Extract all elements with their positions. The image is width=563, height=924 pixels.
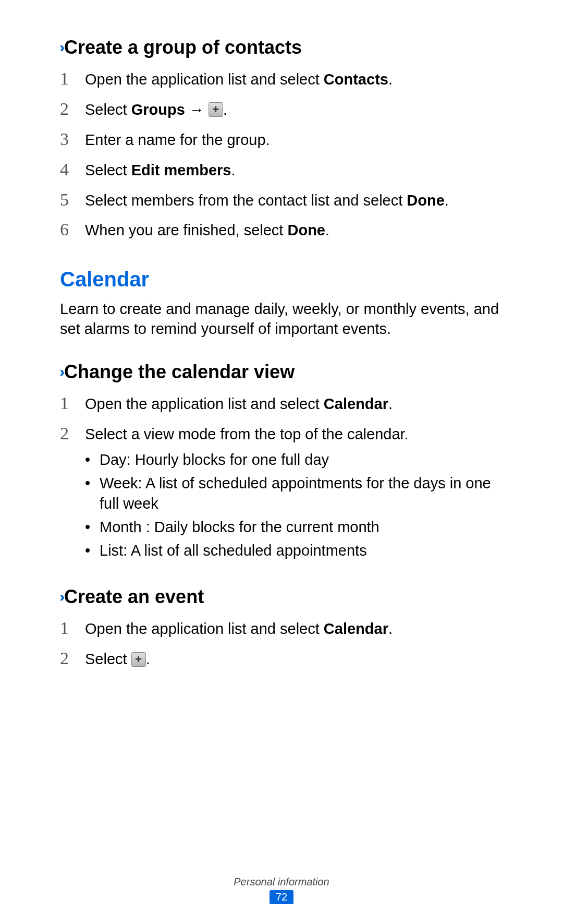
step-list-create-event: 1Open the application list and select Ca… — [60, 616, 503, 670]
main-heading-calendar: Calendar — [60, 268, 503, 291]
bullet-text: Day: Hourly blocks for one full day — [100, 450, 329, 470]
step-text: Select Groups → . — [85, 100, 503, 120]
bullet-item: •Day: Hourly blocks for one full day — [85, 450, 503, 470]
section-heading-change-view: ›› Change the calendar view — [60, 361, 503, 383]
step-text: Open the application list and select Con… — [85, 69, 503, 90]
bullet-item: •Month : Daily blocks for the current mo… — [85, 517, 503, 537]
step-item: 1Open the application list and select Ca… — [60, 616, 503, 640]
bullet-text: Month : Daily blocks for the current mon… — [100, 517, 380, 537]
bold-text: Done — [407, 192, 445, 209]
page-number: 72 — [270, 890, 293, 904]
bullet-item: •List: A list of all scheduled appointme… — [85, 541, 503, 561]
step-text: Select members from the contact list and… — [85, 190, 503, 211]
step-item: 4Select Edit members. — [60, 158, 503, 182]
plus-icon — [131, 652, 146, 667]
bullet-dot-icon: • — [85, 517, 100, 537]
bullet-text: Week: A list of scheduled appointments f… — [100, 473, 503, 514]
step-item: 2Select a view mode from the top of the … — [60, 422, 503, 565]
step-number: 2 — [60, 422, 85, 446]
step-item: 5Select members from the contact list an… — [60, 188, 503, 212]
step-text: Open the application list and select Cal… — [85, 394, 503, 414]
bold-text: Contacts — [324, 71, 388, 88]
bold-text: Calendar — [324, 395, 388, 412]
section-heading-create-event: ›› Create an event — [60, 586, 503, 608]
step-text: Enter a name for the group. — [85, 130, 503, 150]
step-text: Open the application list and select Cal… — [85, 619, 503, 639]
step-item: 3Enter a name for the group. — [60, 127, 503, 151]
section-heading-create-group: ›› Create a group of contacts — [60, 37, 503, 58]
step-number: 1 — [60, 391, 85, 415]
heading-text: Change the calendar view — [64, 361, 295, 383]
step-number: 2 — [60, 97, 85, 121]
step-item: 2Select Groups → . — [60, 97, 503, 121]
step-text: Select Edit members. — [85, 160, 503, 181]
step-item: 1Open the application list and select Ca… — [60, 391, 503, 415]
step-number: 2 — [60, 646, 85, 670]
bold-text: Groups — [131, 101, 185, 118]
intro-text: Learn to create and manage daily, weekly… — [60, 299, 503, 339]
step-item: 1Open the application list and select Co… — [60, 67, 503, 91]
heading-text: Create a group of contacts — [64, 37, 302, 58]
step-number: 6 — [60, 218, 85, 242]
bold-text: Done — [287, 222, 325, 238]
step-list-change-view: 1Open the application list and select Ca… — [60, 391, 503, 565]
step-number: 3 — [60, 127, 85, 151]
bullet-list: •Day: Hourly blocks for one full day•Wee… — [85, 450, 503, 561]
step-list-create-group: 1Open the application list and select Co… — [60, 67, 503, 242]
bold-text: Edit members — [131, 162, 231, 178]
bullet-dot-icon: • — [85, 541, 100, 561]
step-number: 1 — [60, 616, 85, 640]
bullet-dot-icon: • — [85, 450, 100, 470]
step-text: Select a view mode from the top of the c… — [85, 424, 503, 565]
step-item: 2Select . — [60, 646, 503, 670]
step-item: 6When you are finished, select Done. — [60, 218, 503, 242]
bold-text: Calendar — [324, 620, 388, 637]
page-footer: Personal information 72 — [0, 876, 563, 904]
step-number: 1 — [60, 67, 85, 91]
footer-label: Personal information — [0, 876, 563, 888]
bullet-text: List: A list of all scheduled appointmen… — [100, 541, 367, 561]
step-number: 4 — [60, 158, 85, 182]
bullet-item: •Week: A list of scheduled appointments … — [85, 473, 503, 514]
bullet-dot-icon: • — [85, 473, 100, 514]
step-number: 5 — [60, 188, 85, 212]
step-text: Select . — [85, 649, 503, 669]
step-text: When you are finished, select Done. — [85, 220, 503, 241]
heading-text: Create an event — [64, 586, 204, 608]
plus-icon — [209, 102, 223, 117]
